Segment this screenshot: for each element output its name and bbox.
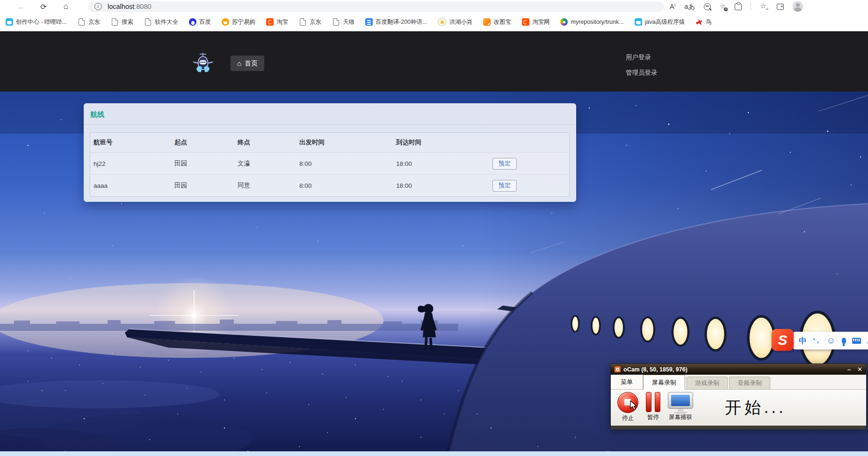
bookmark-label: 京东 xyxy=(88,18,100,26)
screen-capture-icon xyxy=(668,392,693,412)
zoom-out-icon[interactable] xyxy=(704,3,711,10)
read-aloud-icon[interactable]: A) xyxy=(670,3,675,10)
suning-icon xyxy=(222,18,229,26)
book-button[interactable]: 预定 xyxy=(492,158,517,170)
bookmark-item[interactable]: 鸟 xyxy=(695,18,712,26)
bookmark-label: 淘宝 xyxy=(276,18,288,26)
site-navbar: ⌂ 首页 用户登录 管理员登录 xyxy=(0,31,868,93)
bookmark-label: 鸟 xyxy=(706,18,712,26)
nav-home-label: 首页 xyxy=(245,59,258,68)
ocam-tab-game-record[interactable]: 游戏录制 xyxy=(687,377,728,389)
ocam-tab-audio-record[interactable]: 音频录制 xyxy=(729,377,770,389)
ocam-close-button[interactable]: ✕ xyxy=(857,366,862,373)
extensions-icon[interactable] xyxy=(735,3,742,10)
baidu-icon xyxy=(189,18,196,26)
cell-flight: hj22 xyxy=(94,160,174,167)
ime-bar: 中 °， ☺ xyxy=(792,332,868,349)
bookmark-label: myrepository/trunk... xyxy=(571,19,623,25)
bilibili-icon xyxy=(635,18,642,26)
bookmark-label: 淘宝网 xyxy=(532,18,550,26)
bookmark-item[interactable]: 京东 xyxy=(78,18,100,26)
add-favorite-icon[interactable]: ☆+ xyxy=(720,3,726,10)
stop-icon xyxy=(617,392,638,413)
house-icon: ⌂ xyxy=(237,60,241,67)
profile-avatar[interactable] xyxy=(793,1,803,12)
routes-table: 航班号 起点 终点 出发时间 到达时间 hj22 田园 文瀛 8:00 18:0… xyxy=(90,132,570,197)
page-icon xyxy=(112,18,118,26)
bookmark-item[interactable]: 软件大全 xyxy=(144,18,178,26)
bookmark-item[interactable]: 苏宁易购 xyxy=(222,18,255,26)
bird-icon xyxy=(695,18,703,26)
col-header-arrive: 到达时间 xyxy=(396,138,492,147)
bookmark-label: 百度 xyxy=(199,18,211,26)
col-header-flight: 航班号 xyxy=(94,138,174,147)
site-info-icon[interactable]: i xyxy=(94,3,102,10)
cell-depart: 8:00 xyxy=(299,160,396,167)
ime-punctuation-icon[interactable]: °， xyxy=(813,336,820,345)
col-header-origin: 起点 xyxy=(174,138,238,147)
page-icon xyxy=(333,18,339,26)
col-header-depart: 出发时间 xyxy=(299,138,396,147)
bookmark-item[interactable]: 搜索 xyxy=(111,18,133,26)
bookmark-item[interactable]: 天猫 xyxy=(332,18,354,26)
page-icon xyxy=(145,18,151,26)
bookmark-item[interactable]: 洪湖小肖 xyxy=(438,18,472,26)
nav-home-button[interactable]: ⌂ 首页 xyxy=(231,56,264,71)
bookmark-item[interactable]: 创作中心 - 哔哩哔... xyxy=(6,18,67,26)
bookmark-item[interactable]: 京东 xyxy=(299,18,321,26)
ime-microphone-icon[interactable] xyxy=(842,338,846,344)
bookmark-item[interactable]: 改图宝 xyxy=(483,18,511,26)
collections-icon[interactable] xyxy=(777,4,784,10)
capture-label: 屏幕捕获 xyxy=(669,413,692,421)
col-header-dest: 终点 xyxy=(238,138,299,147)
home-icon[interactable]: ⌂ xyxy=(60,2,72,11)
ocam-status-text: 开始... xyxy=(725,397,786,419)
ime-keyboard-icon[interactable] xyxy=(852,338,861,344)
taobao-icon xyxy=(266,18,274,26)
repository-icon xyxy=(560,18,568,26)
translate-icon[interactable]: aあ xyxy=(684,2,695,11)
back-icon[interactable]: ← xyxy=(15,2,27,12)
ocam-capture-button[interactable]: 屏幕捕获 xyxy=(668,392,693,421)
cell-dest: 同意 xyxy=(238,181,299,190)
cell-origin: 田园 xyxy=(174,181,238,190)
user-login-link[interactable]: 用户登录 xyxy=(626,53,651,62)
ime-language-icon[interactable]: 中 xyxy=(799,335,807,346)
cell-depart: 8:00 xyxy=(299,182,396,189)
bookmark-item[interactable]: 淘宝 xyxy=(266,18,288,26)
table-header-row: 航班号 起点 终点 出发时间 到达时间 xyxy=(90,133,569,153)
ocam-stop-button[interactable]: 停止 xyxy=(617,392,638,422)
bookmark-label: 改图宝 xyxy=(493,18,511,26)
admin-login-link[interactable]: 管理员登录 xyxy=(626,69,658,77)
address-bar[interactable]: i localhost:8080 xyxy=(88,1,664,12)
ocam-title-bar[interactable]: oCam (8, 50, 1859, 976) – ✕ xyxy=(611,364,866,375)
mouse-cursor-icon xyxy=(630,400,637,410)
bookmark-item[interactable]: java高级程序猿 xyxy=(635,18,685,26)
bookmark-item[interactable]: 百度 xyxy=(189,18,211,26)
ocam-title-text: oCam (8, 50, 1859, 976) xyxy=(623,366,687,373)
toolbar-divider xyxy=(751,3,751,10)
ime-emoji-icon[interactable]: ☺ xyxy=(826,335,835,346)
bookmark-item[interactable]: 淘宝网 xyxy=(522,18,550,26)
baidu-translate-icon xyxy=(365,18,373,26)
cell-dest: 文瀛 xyxy=(238,159,299,168)
ocam-tab-menu[interactable]: 菜单 xyxy=(611,375,643,389)
ocam-window-footer xyxy=(611,426,866,429)
plane-logo-icon[interactable] xyxy=(192,52,214,74)
favorites-icon[interactable]: ☆≡ xyxy=(760,2,768,11)
ime-toolbar: 中 °， ☺ S xyxy=(772,328,868,352)
refresh-icon[interactable]: ⟳ xyxy=(37,2,50,11)
ocam-tab-screen-record[interactable]: 屏幕录制 xyxy=(643,375,685,390)
bookmark-item[interactable]: 百度翻译-200种语... xyxy=(365,18,427,26)
ocam-toolbar: 停止 暂停 屏幕捕获 开始... xyxy=(611,390,866,426)
ocam-minimize-button[interactable]: – xyxy=(847,366,851,373)
sogou-logo-icon[interactable]: S xyxy=(772,329,794,351)
page-footer-strip xyxy=(0,451,868,456)
ocam-pause-button[interactable]: 暂停 xyxy=(646,392,660,421)
bookmarks-bar: 创作中心 - 哔哩哔... 京东 搜索 软件大全 百度 苏宁易购 淘宝 京东 天… xyxy=(0,13,868,31)
cell-arrive: 18:00 xyxy=(396,160,492,167)
book-button[interactable]: 预定 xyxy=(492,180,517,192)
bookmark-item[interactable]: myrepository/trunk... xyxy=(560,18,623,26)
bookmark-label: 软件大全 xyxy=(155,18,178,26)
taobao-icon xyxy=(522,18,529,26)
